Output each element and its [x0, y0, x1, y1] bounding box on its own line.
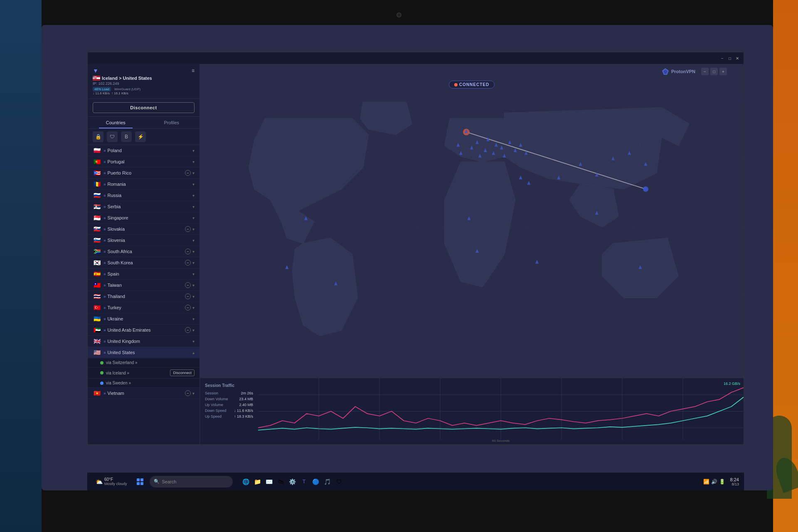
tab-countries[interactable]: Countries [88, 117, 144, 128]
server-item-iceland[interactable]: via Iceland » Disconnect [88, 367, 200, 379]
country-item-serbia[interactable]: 🇷🇸 » Serbia ▾ [88, 201, 200, 212]
filter-tor[interactable]: 🛡 [107, 131, 118, 142]
taskbar-file-icon[interactable]: 📁 [253, 477, 263, 487]
country-item-spain[interactable]: 🇪🇸 » Spain ▾ [88, 268, 200, 280]
server-name-switzerland: via Switzerland » [106, 360, 195, 365]
server-name-iceland: via Iceland » [106, 371, 167, 375]
traffic-chart: Session Traffic Session 2m 26s Down Volu… [200, 378, 744, 444]
country-item-south-africa[interactable]: 🇿🇦 » South Africa − ▾ [88, 246, 200, 257]
country-item-slovenia[interactable]: 🇸🇮 » Slovenia ▾ [88, 235, 200, 246]
vpn-app-window: − □ ✕ ▼ ≡ 🇺🇸 Icel [87, 52, 744, 445]
load-badge: 46% Load [93, 87, 111, 91]
filter-streaming[interactable]: ⚡ [135, 131, 146, 142]
traffic-row-down-speed: Down Speed ↓ 11.6 KB/s [205, 409, 253, 413]
traffic-stats: Session Traffic Session 2m 26s Down Volu… [200, 378, 258, 444]
taskbar-clock[interactable]: 8:24 8/13 [730, 477, 739, 486]
vpn-logo-icon: ▼ [93, 67, 99, 74]
server-name-sweden: via Sweden » [106, 381, 195, 385]
disconnect-section: Disconnect [88, 99, 200, 117]
hamburger-menu[interactable]: ≡ [192, 68, 195, 74]
taskbar-mail-icon[interactable]: ✉️ [264, 477, 274, 487]
country-item-uae[interactable]: 🇦🇪 » United Arab Emirates − ▾ [88, 325, 200, 336]
close-button[interactable]: ✕ [734, 55, 740, 61]
wc-expand[interactable]: + [719, 68, 727, 75]
tray-volume-icon[interactable]: 🔊 [711, 479, 717, 485]
server-item-switzerland[interactable]: via Switzerland » [88, 358, 200, 367]
taskbar-search[interactable]: 🔍 Search [150, 476, 233, 488]
wc-toggle1[interactable]: − [701, 68, 709, 75]
country-item-ukraine[interactable]: 🇺🇦 » Ukraine ▾ [88, 313, 200, 325]
chart-time-label: 60 Seconds [492, 439, 510, 443]
taskbar-vpn-icon[interactable]: 🛡 [334, 477, 344, 487]
filter-icons: 🔒 🛡 B ⚡ [88, 129, 200, 145]
protocol-info: WireGuard (UDP) [114, 87, 140, 91]
traffic-row-down-vol: Down Volume 23.4 MB [205, 397, 253, 401]
system-tray-icons: 📶 🔊 🔋 [703, 479, 725, 485]
country-item-poland[interactable]: 🇵🇱 » Poland ▾ [88, 145, 200, 156]
country-item-taiwan[interactable]: 🇹🇼 » Taiwan − ▾ [88, 280, 200, 291]
connection-ip: IP: 102.226.249 [93, 81, 195, 86]
app-content: ▼ ≡ 🇺🇸 Iceland > United States IP: 102.2… [88, 64, 744, 444]
conn-top-row: ▼ ≡ [93, 67, 195, 74]
country-name-singapore: Singapore [108, 215, 192, 220]
tray-network-icon[interactable]: 📶 [703, 479, 709, 485]
taskbar-store-icon[interactable]: 🛍 [276, 477, 286, 487]
filter-p2p[interactable]: B [121, 131, 132, 142]
traffic-row-up-speed: Up Speed ↑ 18.3 KB/s [205, 414, 253, 419]
proton-brand: ProtonVPN − □ + [661, 67, 727, 76]
country-flag-us: 🇺🇸 [93, 76, 100, 81]
taskbar-settings-icon[interactable]: ⚙️ [288, 477, 298, 487]
taskbar-teams-icon[interactable]: T [299, 477, 309, 487]
server-disconnect-iceland[interactable]: Disconnect [170, 369, 195, 376]
country-item-south-korea[interactable]: 🇰🇷 » South Korea − ▾ [88, 257, 200, 268]
proton-vpn-icon [661, 67, 670, 76]
country-name-turkey: Turkey [108, 305, 185, 310]
country-name-slovenia: Slovenia [108, 238, 192, 243]
country-name-thailand: Thailand [108, 294, 185, 299]
maximize-button[interactable]: □ [727, 55, 733, 61]
country-item-puerto-rico[interactable]: 🇵🇷 » Puerto Rico − ▾ [88, 167, 200, 179]
country-item-romania[interactable]: 🇷🇴 » Romania ▾ [88, 179, 200, 190]
country-item-russia[interactable]: 🇷🇺 » Russia ▾ [88, 190, 200, 201]
minimize-button[interactable]: − [719, 55, 725, 61]
disconnect-button[interactable]: Disconnect [93, 102, 195, 113]
taskbar: ⛅ 60°F Mostly cloudy 🔍 [87, 472, 744, 490]
country-item-thailand[interactable]: 🇹🇭 » Thailand − ▾ [88, 291, 200, 302]
taskbar-start: ⛅ 60°F Mostly cloudy 🔍 [87, 475, 238, 488]
country-item-uk[interactable]: 🇬🇧 » United Kingdom ▾ [88, 336, 200, 347]
main-map-area: ProtonVPN − □ + CONNECTED [200, 64, 744, 444]
country-item-turkey[interactable]: 🇹🇷 » Turkey − ▾ [88, 302, 200, 313]
country-name-ukraine: Ukraine [108, 316, 192, 321]
taskbar-edge-icon[interactable]: 🌐 [241, 477, 251, 487]
taskbar-system-tray: 📶 🔊 🔋 8:24 8/13 [698, 477, 744, 486]
bg-decoration-left [0, 0, 42, 532]
tray-battery-icon[interactable]: 🔋 [719, 479, 725, 485]
svg-point-5 [643, 186, 648, 192]
tab-profiles[interactable]: Profiles [144, 117, 200, 128]
connection-status-dot [454, 83, 458, 86]
connection-meta: 46% Load WireGuard (UDP) [93, 87, 195, 91]
country-item-singapore[interactable]: 🇸🇬 » Singapore ▾ [88, 212, 200, 224]
country-name-south-africa: South Africa [108, 249, 185, 254]
country-item-us[interactable]: 🇺🇸 » United States ▴ [88, 347, 200, 358]
chevron-poland: ▾ [192, 148, 195, 153]
chart-area: 16.2 GB/s [258, 378, 744, 444]
start-button[interactable] [134, 475, 146, 488]
windows-logo [137, 478, 143, 485]
laptop-bezel: − □ ✕ ▼ ≡ 🇺🇸 Icel [0, 0, 798, 532]
wc-toggle2[interactable]: □ [710, 68, 718, 75]
taskbar-chrome-icon[interactable]: 🔵 [311, 477, 321, 487]
country-item-portugal[interactable]: 🇵🇹 » Portugal ▾ [88, 156, 200, 167]
world-map-svg [200, 76, 744, 378]
filter-secure-core[interactable]: 🔒 [93, 131, 103, 142]
country-item-vietnam[interactable]: 🇻🇳 » Vietnam − ▾ [88, 388, 200, 399]
taskbar-spotify-icon[interactable]: 🎵 [323, 477, 332, 487]
server-item-sweden[interactable]: via Sweden » [88, 379, 200, 388]
country-item-slovakia[interactable]: 🇸🇰 » Slovakia − ▾ [88, 224, 200, 235]
proton-logo: ProtonVPN [661, 67, 695, 76]
server-status-dot [100, 361, 103, 365]
country-list[interactable]: 🇵🇱 » Poland ▾ 🇵🇹 » Portugal ▾ [88, 145, 200, 444]
country-name-russia: Russia [108, 193, 192, 198]
server-status-dot-iceland [100, 371, 103, 374]
country-name-vietnam: Vietnam [108, 391, 185, 396]
